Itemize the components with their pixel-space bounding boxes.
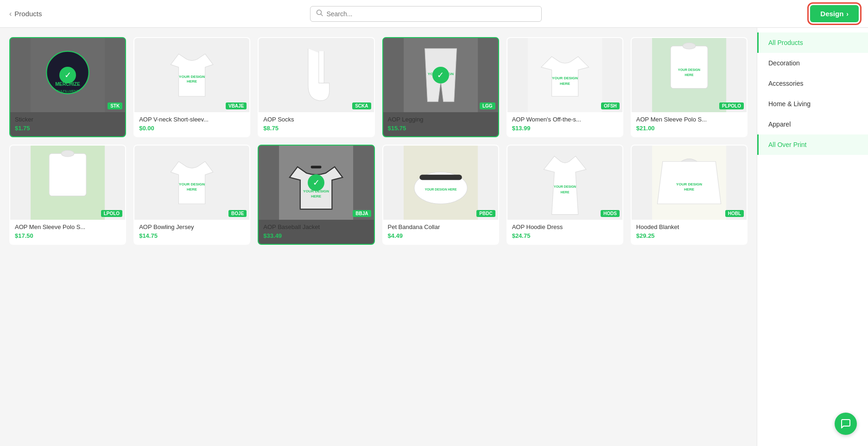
product-price: $33.49 [263,232,369,239]
sku-badge: LPOLO [101,210,122,217]
product-image: LPOLO [10,146,125,220]
svg-line-1 [321,14,323,16]
svg-point-18 [683,43,695,49]
product-image: YOUR DESIGN HERE PLPOLO [632,38,747,112]
selected-check: ✓ [59,67,76,83]
product-image: SCKA [259,38,374,112]
svg-point-23 [61,150,74,157]
product-info: AOP Baseball Jacket $33.49 [259,220,374,244]
sku-badge: STK [108,102,122,109]
product-info: AOP V-neck Short-sleev... $0.00 [134,112,249,136]
svg-text:HERE: HERE [187,79,197,83]
search-box [310,6,542,22]
sku-badge: OFSH [601,102,620,109]
product-price: $0.00 [139,125,245,132]
svg-text:YOUR DESIGN: YOUR DESIGN [678,68,700,71]
sidebar-item-all-over-print[interactable]: All Over Print [757,134,868,155]
sidebar-item-apparel[interactable]: Apparel [757,114,868,134]
product-image: YOUR DESIGN HERE BOJE [134,146,249,220]
product-price: $1.75 [15,125,120,132]
product-info: AOP Women's Off-the-s... $13.99 [507,112,622,136]
product-name: AOP Baseball Jacket [263,223,369,230]
product-info: AOP Legging $15.75 [383,112,498,136]
product-image: YOUR DESIGN HERE ✓ LGG [383,38,498,112]
product-info: AOP Hoodie Dress $24.75 [507,220,622,244]
back-label: Products [14,10,42,18]
product-card[interactable]: YOUR DESIGN HERE ✓ LGG AOP Legging $15.7… [382,37,499,137]
product-name: AOP Bowling Jersey [139,223,245,230]
product-card[interactable]: YOUR DESIGN HERE BOJE AOP Bowling Jersey… [133,145,250,245]
svg-text:HERE: HERE [684,73,693,76]
arrow-right-icon: › [846,10,849,18]
product-name: Sticker [15,116,120,123]
product-info: AOP Men Sleeve Polo S... $21.00 [632,112,747,136]
sku-badge: BBJA [353,210,371,217]
svg-text:YOUR DESIGN: YOUR DESIGN [676,182,702,186]
product-info: Sticker $1.75 [10,112,125,136]
sku-badge: VBAJE [226,102,247,109]
product-price: $24.75 [512,232,618,239]
svg-text:HERE: HERE [684,187,695,191]
product-card[interactable]: YOUR DESIGN HERE HODS AOP Hoodie Dress $… [507,145,623,245]
product-price: $14.75 [139,232,245,239]
search-icon [316,9,323,19]
sku-badge: LGG [480,102,495,109]
svg-rect-17 [671,46,708,88]
sku-badge: PBDC [476,210,495,217]
product-card[interactable]: MERCHIZE FULFILLMENT ✓ STK Sticker $1.75 [9,37,126,137]
sidebar: All ProductsDecorationAccessoriesHome & … [757,28,868,446]
product-card[interactable]: YOUR DESIGN HERE PBDC Pet Bandana Collar… [382,145,499,245]
product-info: AOP Men Sleeve Polo S... $17.50 [10,220,125,244]
svg-text:HERE: HERE [560,191,569,194]
product-card[interactable]: YOUR DESIGN HERE ✓ BBJA AOP Baseball Jac… [258,145,374,245]
product-card[interactable]: YOUR DESIGN HERE OFSH AOP Women's Off-th… [507,37,623,137]
product-card[interactable]: YOUR DESIGN HERE VBAJE AOP V-neck Short-… [133,37,250,137]
sidebar-item-accessories[interactable]: Accessories [757,73,868,94]
chat-button[interactable] [835,413,857,435]
product-image: YOUR DESIGN HERE HODS [507,146,622,220]
sku-badge: SCKA [352,102,371,109]
product-name: AOP Women's Off-the-s... [512,116,618,123]
product-price: $13.99 [512,125,618,132]
svg-text:YOUR DESIGN: YOUR DESIGN [554,185,576,188]
back-button[interactable]: ‹ Products [9,10,42,18]
svg-rect-33 [419,175,462,180]
product-price: $4.49 [388,232,494,239]
design-button[interactable]: Design › [810,5,859,22]
product-area: MERCHIZE FULFILLMENT ✓ STK Sticker $1.75… [0,28,757,446]
svg-text:YOUR DESIGN: YOUR DESIGN [552,76,578,80]
product-price: $21.00 [636,125,742,132]
svg-text:HERE: HERE [187,187,197,191]
product-card[interactable]: LPOLO AOP Men Sleeve Polo S... $17.50 [9,145,126,245]
main-layout: MERCHIZE FULFILLMENT ✓ STK Sticker $1.75… [0,28,868,446]
product-name: Pet Bandana Collar [388,223,494,230]
header: ‹ Products Design › [0,0,868,28]
product-card[interactable]: SCKA AOP Socks $8.75 [258,37,374,137]
product-info: AOP Bowling Jersey $14.75 [134,220,249,244]
svg-text:YOUR DESIGN: YOUR DESIGN [179,182,205,186]
search-container [310,6,542,22]
product-name: AOP Legging [388,116,494,123]
product-image: YOUR DESIGN HERE HOBL [632,146,747,220]
sku-badge: HOBL [725,210,744,217]
product-info: Pet Bandana Collar $4.49 [383,220,498,244]
product-grid: MERCHIZE FULFILLMENT ✓ STK Sticker $1.75… [9,37,748,245]
chevron-left-icon: ‹ [9,10,12,18]
selected-check: ✓ [432,67,449,83]
product-info: Hooded Blanket $29.25 [632,220,747,244]
svg-text:HERE: HERE [560,82,570,86]
product-name: AOP Men Sleeve Polo S... [636,116,742,123]
svg-rect-28 [311,166,322,168]
sidebar-item-decoration[interactable]: Decoration [757,53,868,73]
product-name: AOP Hoodie Dress [512,223,618,230]
sidebar-item-all[interactable]: All Products [757,32,868,53]
sidebar-item-home-living[interactable]: Home & Living [757,94,868,114]
product-name: AOP Socks [263,116,369,123]
product-card[interactable]: YOUR DESIGN HERE PLPOLO AOP Men Sleeve P… [631,37,748,137]
sku-badge: BOJE [228,210,247,217]
product-name: Hooded Blanket [636,223,742,230]
product-card[interactable]: YOUR DESIGN HERE HOBL Hooded Blanket $29… [631,145,748,245]
product-image: YOUR DESIGN HERE VBAJE [134,38,249,112]
search-input[interactable] [326,10,536,18]
product-price: $17.50 [15,232,120,239]
